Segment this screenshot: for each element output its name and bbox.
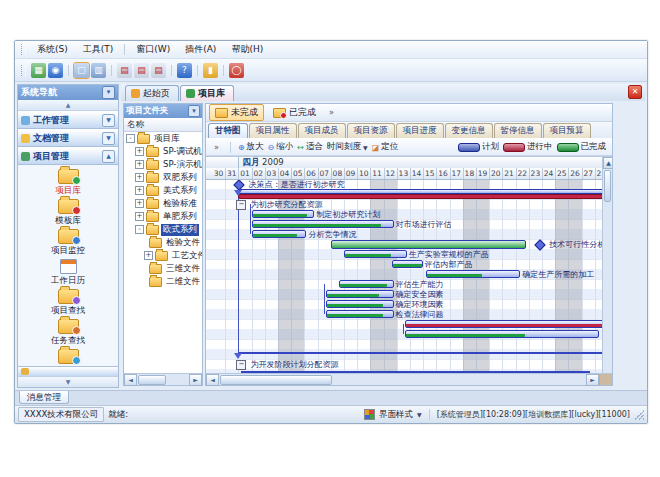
gantt-vertical-scrollbar[interactable]: ▲ [602,157,612,373]
tree-row[interactable]: -欧式系列 [124,223,202,236]
tree-row[interactable]: +双肥系列 [124,171,202,184]
tree-row[interactable]: +工艺文件 [124,249,202,262]
sidebar-item-3[interactable]: 工作日历 [22,259,114,287]
gantt-tab-项目成员[interactable]: 项目成员 [298,123,346,138]
scroll-thumb[interactable] [604,170,611,202]
window-layout-icon[interactable]: ▥ [91,63,106,78]
close-tab-button[interactable]: ✕ [628,85,642,99]
tree-expander-icon[interactable]: + [135,212,144,221]
tree-horizontal-scrollbar[interactable]: ◄ ► [124,373,202,385]
tree-row[interactable]: +SP-演示机系 [124,158,202,171]
tab-项目库[interactable]: 项目库 [180,85,234,101]
gantt-tab-项目属性[interactable]: 项目属性 [249,123,297,138]
menu-item-0[interactable]: 系统(S) [30,42,75,57]
plan-warning-icon[interactable]: ▤ [134,63,149,78]
scroll-left-icon[interactable]: ◄ [124,374,137,386]
tree-expander-icon[interactable]: + [144,251,153,260]
lock-icon[interactable]: ▮ [203,63,218,78]
gantt-tab-暂停信息[interactable]: 暂停信息 [494,123,542,138]
desktop-icon[interactable]: ▦ [31,63,46,78]
tree-expander-icon[interactable]: + [135,199,144,208]
gantt-tab-项目进度[interactable]: 项目进度 [396,123,444,138]
sidebar-item-4[interactable]: 项目查找 [22,289,114,317]
task-bar[interactable] [252,220,394,228]
phase-bar[interactable] [331,240,526,249]
tree-row[interactable]: 三维文件 [124,262,202,275]
scroll-right-icon[interactable]: ► [586,374,599,386]
chevron-down-icon[interactable]: ▼ [417,411,422,418]
schedule-icon[interactable]: ▤ [117,63,132,78]
tree-expander-icon[interactable]: + [135,147,144,156]
tree-row[interactable]: +SP-调试机系 [124,145,202,158]
menu-item-3[interactable]: 插件(A) [178,42,223,57]
zoom-out-button[interactable]: ⊖缩小 [268,141,294,153]
exit-icon[interactable]: ◯ [229,63,244,78]
task-bar[interactable] [326,300,394,308]
toolbar-overflow-icon[interactable]: » [210,143,223,152]
sidebar-item-0[interactable]: 项目库 [22,169,114,197]
help-icon[interactable]: ? [177,63,192,78]
tree-expander-icon[interactable]: + [135,160,144,169]
tree-row[interactable]: +检验标准 [124,197,202,210]
scroll-up-icon[interactable]: ▲ [603,157,612,169]
sidebar-item-1[interactable]: 模板库 [22,199,114,227]
task-bar[interactable] [344,250,407,258]
tree-row[interactable]: 二维文件 [124,275,202,288]
tab-起始页[interactable]: 起始页 [125,85,179,101]
pin-icon[interactable]: ▾ [188,105,200,117]
task-bar[interactable] [405,330,600,338]
task-bar[interactable] [252,210,315,218]
globe-icon[interactable]: ◉ [48,63,63,78]
grip-handle[interactable] [21,65,26,76]
zoom-in-button[interactable]: ⊕放大 [238,141,264,153]
sidebar-section-stub[interactable] [18,366,118,376]
fit-button[interactable]: ↔适合 [297,141,323,153]
window-icon[interactable]: ▢ [74,63,89,78]
tree-row[interactable]: 检验文件 [124,236,202,249]
gantt-tab-变更信息[interactable]: 变更信息 [445,123,493,138]
scroll-right-icon[interactable]: ► [189,374,202,386]
task-bar[interactable] [326,310,394,318]
menu-item-2[interactable]: 窗口(W) [129,42,177,57]
time-scale-button[interactable]: 时间刻度▼ [327,141,368,153]
locate-button[interactable]: ◪定位 [372,141,399,153]
overflow-chevron-icon[interactable]: » [325,108,338,117]
task-bar[interactable] [339,280,394,288]
resize-grip[interactable] [634,410,644,420]
ui-style-button[interactable]: 界面样式 [379,409,413,421]
report-warning-icon[interactable]: ▤ [151,63,166,78]
section-toggle-icon[interactable]: ▼ [102,114,115,127]
section-toggle-icon[interactable]: ▲ [102,150,115,163]
sidebar-item-5[interactable]: 任务查找 [22,319,114,347]
section-toggle-icon[interactable]: ▼ [102,132,115,145]
task-bar[interactable] [392,260,423,268]
group-expander-icon[interactable]: − [236,360,246,370]
filter-未完成[interactable]: 未完成 [209,104,264,121]
menu-item-4[interactable]: 帮助(H) [224,42,270,57]
scroll-left-icon[interactable]: ◄ [206,374,219,386]
task-bar[interactable] [405,320,603,328]
gantt-tab-项目资源[interactable]: 项目资源 [347,123,395,138]
scroll-up-button[interactable]: ▲ [18,100,118,111]
scroll-down-button[interactable]: ▼ [18,376,118,387]
tree-row[interactable]: -项目库 [124,132,202,145]
tree-expander-icon[interactable]: - [135,225,144,234]
grip-handle[interactable] [21,44,26,55]
gantt-horizontal-scrollbar[interactable]: ◄ ► [206,373,612,385]
sidebar-section-1[interactable]: 文档管理▼ [18,129,118,147]
tree-row[interactable]: +单肥系列 [124,210,202,223]
filter-已完成[interactable]: 已完成 [267,104,322,121]
tree-expander-icon[interactable]: + [135,173,144,182]
scroll-thumb[interactable] [138,375,166,385]
tree-row[interactable]: +美式系列 [124,184,202,197]
group-expander-icon[interactable]: − [236,200,246,210]
scroll-thumb[interactable] [220,375,332,385]
message-management-tab[interactable]: 消息管理 [19,391,69,404]
menu-item-1[interactable]: 工具(T) [76,42,121,57]
tree-expander-icon[interactable]: - [126,134,135,143]
task-bar[interactable] [426,270,520,278]
pin-icon[interactable]: ▾ [102,86,115,99]
sidebar-item-2[interactable]: 项目监控 [22,229,114,257]
gantt-tab-项目预算[interactable]: 项目预算 [543,123,591,138]
task-bar[interactable] [326,290,394,298]
